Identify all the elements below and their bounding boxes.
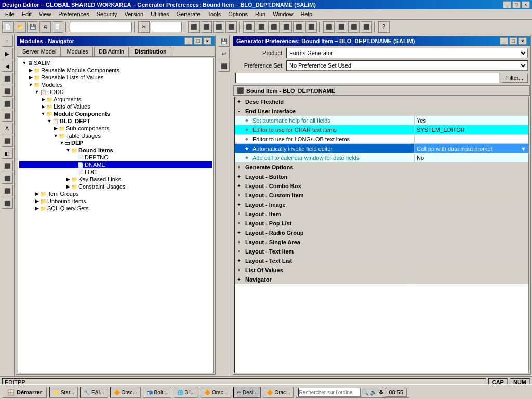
expand-layout-single[interactable]: + <box>235 237 243 246</box>
expand-icon-kbl[interactable]: ▶ <box>65 177 71 182</box>
tb-btn7[interactable]: ⬛ <box>268 21 280 33</box>
tree-node-mc[interactable]: ▼ 📁 Module Components <box>19 110 212 117</box>
expand-layout-btn[interactable]: + <box>235 172 243 181</box>
gp-minimize-btn[interactable]: _ <box>500 37 508 45</box>
expand-icon-itemgroups[interactable]: ▶ <box>34 191 40 196</box>
expand-icon-lov[interactable]: ▶ <box>40 104 46 109</box>
prop-auto-help[interactable]: ◆ Set automatic help for all fields Yes <box>235 116 528 125</box>
tb-btn3[interactable]: ⬛ <box>213 21 224 33</box>
tab-distribution[interactable]: Distribution <box>130 47 171 56</box>
expand-eui[interactable]: - <box>235 107 243 115</box>
tb-btn1[interactable]: ⬛ <box>188 21 200 33</box>
expand-icon-dddd[interactable]: ▼ <box>34 89 40 95</box>
r-icon3[interactable]: ⬛ <box>218 60 230 72</box>
menu-generate[interactable]: Generate <box>174 10 204 18</box>
icon-bar-btn14[interactable]: ⬛ <box>2 197 13 209</box>
tree-node-salim[interactable]: ▼ 🖥 SALIM <box>19 59 212 66</box>
expand-layout-custom[interactable]: + <box>235 191 243 200</box>
expand-icon-tableusages[interactable]: ▼ <box>52 133 59 138</box>
tb-btn14[interactable]: ⬛ <box>361 21 372 33</box>
section-layout-textlist[interactable]: + Layout - Text List <box>235 256 528 265</box>
help-button[interactable]: ? <box>378 21 390 33</box>
close-button[interactable]: × <box>522 1 530 8</box>
menu-options[interactable]: Options <box>225 10 251 18</box>
icon-bar-btn10[interactable]: ◧ <box>2 148 13 159</box>
icon-bar-btn9[interactable]: ⬛ <box>2 135 13 147</box>
expand-layout-image[interactable]: + <box>235 200 243 209</box>
taskbar-item-2[interactable]: 🔶 Orac... <box>110 387 141 388</box>
tree-node-itemgroups[interactable]: ▶ 📁 Item Groups <box>19 190 212 197</box>
expand-gen-opts[interactable]: + <box>235 163 243 171</box>
expand-icon-rlov[interactable]: ▶ <box>28 75 34 80</box>
tree-node-lov[interactable]: ▶ 📁 Lists of Values <box>19 103 212 110</box>
expand-layout-textlist[interactable]: + <box>235 256 243 265</box>
section-layout-radio[interactable]: + Layout - Radio Group <box>235 228 528 237</box>
menu-security[interactable]: Security <box>94 10 121 18</box>
section-generate-opts[interactable]: + Generate Options <box>235 163 528 172</box>
taskbar-item-6[interactable]: ✏ Desi... <box>233 387 261 388</box>
tree-node-deptno[interactable]: 📄 DEPTNO <box>19 154 212 161</box>
prop-editor-long[interactable]: ◆ Editor to use for LONG/LOB text items <box>235 135 528 144</box>
search-input[interactable] <box>70 22 132 32</box>
menu-window[interactable]: Window <box>270 10 296 18</box>
section-eui[interactable]: - End User Interface <box>235 107 528 116</box>
section-desc-flexfield[interactable]: + Desc Flexfield <box>235 97 528 107</box>
tb-btn2[interactable]: ⬛ <box>201 21 212 33</box>
filter-button[interactable]: Filter... <box>501 73 528 83</box>
section-layout-textitem[interactable]: + Layout - Text Item <box>235 247 528 256</box>
expand-icon-dep[interactable]: ▼ <box>59 140 65 145</box>
properties-container[interactable]: + Desc Flexfield - End User Interface ◆ … <box>234 97 529 373</box>
taskbar-item-7[interactable]: 🔶 Orac... <box>263 387 294 388</box>
expand-icon-bounditems[interactable]: ▼ <box>65 148 71 153</box>
gp-close-btn[interactable]: × <box>518 37 527 45</box>
expand-icon-salim[interactable]: ▼ <box>21 60 28 65</box>
tree-node-tableusages[interactable]: ▼ 📁 Table Usages <box>19 132 212 139</box>
section-layout-custom[interactable]: + Layout - Custom Item <box>235 191 528 200</box>
expand-layout-textitem[interactable]: + <box>235 247 243 256</box>
tree-node-sqlquery[interactable]: ▶ 📁 SQL Query Sets <box>19 205 212 212</box>
menu-view[interactable]: View <box>36 10 55 18</box>
section-layout-combo[interactable]: + Layout - Combo Box <box>235 181 528 191</box>
expand-layout-radio[interactable]: + <box>235 228 243 237</box>
section-layout-poplist[interactable]: + Layout - Pop List <box>235 219 528 228</box>
new-button[interactable]: 📄 <box>2 21 14 33</box>
nav-maximize-btn[interactable]: □ <box>194 37 202 45</box>
expand-icon-subcomp[interactable]: ▶ <box>52 126 59 131</box>
tree-node-constraint[interactable]: ▶ 📁 Constraint Usages <box>19 183 212 190</box>
r-icon2[interactable]: ↩ <box>218 48 230 59</box>
expand-layout-poplist[interactable]: + <box>235 219 243 228</box>
pref-set-select[interactable]: No Preference Set Used <box>286 60 528 71</box>
nav-close-btn[interactable]: × <box>203 37 211 45</box>
tb-btn12[interactable]: ⬛ <box>336 21 347 33</box>
expand-desc[interactable]: + <box>235 97 243 106</box>
tab-server-model[interactable]: Server Model <box>18 47 61 56</box>
icon-bar-btn8[interactable]: A <box>2 123 13 134</box>
section-navigator[interactable]: + Navigator <box>235 275 528 284</box>
tb-btn8[interactable]: ⬛ <box>281 21 292 33</box>
section-layout-image[interactable]: + Layout - Image <box>235 200 528 209</box>
tab-db-admin[interactable]: DB Admin <box>94 47 129 56</box>
icon-bar-btn11[interactable]: ⬛ <box>2 160 13 171</box>
print-button[interactable]: 🖨 <box>39 21 51 33</box>
prop-calendar[interactable]: ◆ Add call to calendar window for date f… <box>235 153 528 163</box>
expand-icon-rmc[interactable]: ▶ <box>28 68 34 73</box>
tb-btn10[interactable]: ⬛ <box>305 21 317 33</box>
taskbar-item-1[interactable]: 🔧 EAI... <box>80 387 108 388</box>
icon-bar-btn2[interactable]: ▶ <box>2 48 13 59</box>
expand-navigator[interactable]: + <box>235 275 243 284</box>
tree-node-dep[interactable]: ▼ 🗃 DEP <box>19 139 212 147</box>
expand-layout-combo[interactable]: + <box>235 181 243 190</box>
tab-modules[interactable]: Modules <box>62 47 93 56</box>
nav-minimize-btn[interactable]: _ <box>184 37 193 45</box>
taskbar-item-0[interactable]: ⭐ Star... <box>49 387 78 388</box>
gp-maximize-btn[interactable]: □ <box>509 37 517 45</box>
tree-node-modules[interactable]: ▼ 📁 Modules <box>19 81 212 88</box>
icon-bar-btn1[interactable]: ↑ <box>2 35 13 47</box>
tb-btn5[interactable]: ⬛ <box>243 21 255 33</box>
tree-node-dddd[interactable]: ▼ 📋 DDDD <box>19 88 212 96</box>
expand-icon-modules[interactable]: ▼ <box>28 82 34 87</box>
expand-icon-mc[interactable]: ▼ <box>40 111 46 116</box>
expand-lov-section[interactable]: + <box>235 265 243 274</box>
expand-icon-unbound[interactable]: ▶ <box>34 198 40 204</box>
menu-file[interactable]: File <box>2 10 18 18</box>
